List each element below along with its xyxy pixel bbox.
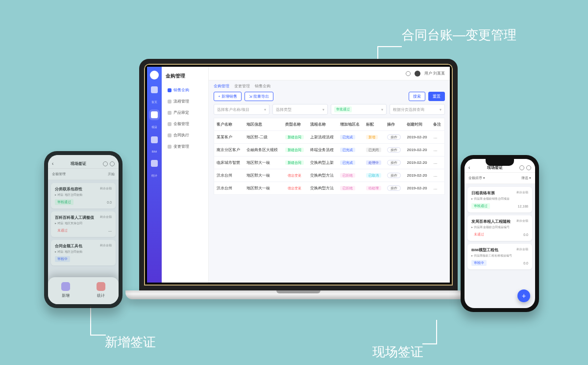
- more-icon[interactable]: [519, 165, 524, 170]
- reset-button[interactable]: 重置: [428, 92, 445, 101]
- filter-customer[interactable]: 选择客户名称/项目▾: [214, 104, 270, 115]
- column-header: 操作: [385, 118, 404, 131]
- table-row[interactable]: 临床城市智慧地区部大一核新建合同交换构型上架已完成处理中操作2019-02-20…: [214, 156, 445, 169]
- table-row[interactable]: 洪水台州地区部大一核信息变更交换构型方法已拒绝已取消操作2019-02-20…: [214, 169, 445, 182]
- sheet-option-new[interactable]: 新增: [61, 282, 70, 298]
- user-avatar-icon[interactable]: [415, 71, 420, 77]
- sidenav-item[interactable]: 产品审定: [166, 107, 204, 118]
- export-button[interactable]: ⇲ 批量导出: [245, 92, 273, 101]
- action-sheet: 新增 统计: [48, 277, 119, 304]
- search-button[interactable]: 搜索: [409, 92, 425, 101]
- bullet-icon: [168, 145, 172, 149]
- phone-left-sort[interactable]: 金额管理: [52, 172, 66, 177]
- row-action[interactable]: 操作: [387, 173, 401, 178]
- breadcrumb: 金购管理 变更管理 销售金购: [209, 80, 450, 92]
- list-item[interactable]: BIM模型工程包剩余金额▸ 供应商核款工程名称项目编号审核中0.0: [467, 244, 532, 269]
- bullet-icon: [168, 122, 172, 126]
- iconbar: 首页 项目 BIM 统计: [147, 67, 162, 283]
- page-title: 金购管理: [166, 73, 204, 79]
- callout-top: 合同台账—变更管理: [402, 26, 516, 44]
- topbar: 用户 刘某某: [209, 67, 450, 80]
- sheet-option-stats[interactable]: 统计: [97, 282, 105, 298]
- phone-right-sort[interactable]: 金额排序 ▾: [468, 176, 485, 181]
- back-icon[interactable]: ‹: [468, 165, 470, 170]
- nav-icon-home[interactable]: [151, 86, 158, 93]
- bullet-icon: [168, 133, 172, 137]
- row-action[interactable]: 操作: [387, 147, 401, 153]
- avatar-icon[interactable]: [150, 71, 159, 79]
- column-header: 地区信息: [244, 118, 282, 131]
- bullet-icon: [168, 88, 172, 92]
- new-button[interactable]: + 新增销售: [214, 92, 242, 101]
- sidenav-item[interactable]: 销售金购: [166, 84, 204, 96]
- list-item[interactable]: 日程表络有票剩余金额▸ 供应商 金额款销售合同项目审核通过12,188: [467, 187, 532, 212]
- nav-icon-bim[interactable]: [151, 136, 158, 143]
- bell-icon[interactable]: [406, 71, 411, 76]
- chart-icon: [97, 282, 105, 291]
- list-item[interactable]: 发局百单程人工程随检剩余金额▸ 供应商 金额款合同项目编号未通过0.0: [467, 215, 532, 241]
- column-header: 类型名称: [283, 118, 308, 131]
- fab-add-button[interactable]: +: [517, 289, 530, 302]
- column-header: 标配: [364, 118, 385, 131]
- sidenav: 金购管理 销售金购流程管理产品审定金额管理合同执行变更管理: [162, 67, 209, 283]
- phone-right-mockup: ‹ 现场签证 金额排序 ▾ 筛选 ▾ 日程表络有票剩余金额▸ 供应商 金额款销售…: [461, 155, 539, 312]
- phone-left-filter[interactable]: 开始: [108, 172, 115, 177]
- filter-type[interactable]: 选择类型▾: [272, 104, 328, 115]
- sidenav-item[interactable]: 流程管理: [166, 96, 204, 107]
- filter-page[interactable]: 根据分页选择查询▾: [390, 104, 445, 115]
- bullet-icon: [168, 100, 172, 104]
- table-row[interactable]: 南京分区客户金融商务区大规模新建合同终端业务流程已完成已关闭操作2019-02-…: [214, 144, 445, 156]
- sidenav-item[interactable]: 合同执行: [166, 130, 204, 141]
- column-header: 客户名称: [214, 118, 245, 131]
- callout-bottom-left: 新增签证: [105, 334, 156, 351]
- callout-bottom-right: 现场签证: [372, 343, 423, 361]
- user-name: 用户 刘某某: [424, 71, 445, 76]
- target-icon[interactable]: [526, 165, 531, 170]
- plus-icon: [61, 282, 70, 291]
- row-action[interactable]: 操作: [387, 134, 401, 140]
- column-header: 备注: [431, 118, 444, 131]
- sidenav-item[interactable]: 变更管理: [166, 141, 204, 152]
- bullet-icon: [168, 111, 172, 115]
- list-item[interactable]: 百科百科看人工调整值剩余金额▸ 对应: 地区支持合同未通过—: [51, 211, 116, 237]
- settings-icon[interactable]: [103, 161, 108, 166]
- row-action[interactable]: 操作: [387, 160, 401, 165]
- table-row[interactable]: 洪水台州地区部大一核信息变更交换构型方法已拒绝待处理操作2019-02-20…: [214, 182, 445, 195]
- nav-icon-project[interactable]: [151, 111, 158, 118]
- phone-left-mockup: ‹ 现场签证 金额管理 开始 分类联系包容性剩余金额▸ 对应: 地区合同金购审核…: [44, 151, 122, 308]
- laptop-mockup: 首页 项目 BIM 统计 金购管理 销售金购流程管理产品审定金额管理合同执行变更…: [139, 59, 458, 299]
- more-icon[interactable]: [110, 161, 115, 166]
- row-action[interactable]: 操作: [387, 185, 401, 191]
- phone-right-filter[interactable]: 筛选 ▾: [521, 176, 531, 181]
- column-header: 流程名称: [308, 118, 338, 131]
- nav-icon-stats[interactable]: [151, 160, 158, 167]
- back-icon[interactable]: ‹: [52, 161, 53, 166]
- table-row[interactable]: 某某客户地区部-二级新建合同上架流程流程已完成新增操作2019-02-20…: [214, 131, 445, 144]
- column-header: 增加地区名: [338, 118, 364, 131]
- filter-status[interactable]: 审批通过▾: [331, 104, 387, 115]
- laptop-app: 首页 项目 BIM 统计 金购管理 销售金购流程管理产品审定金额管理合同执行变更…: [147, 67, 450, 283]
- sidenav-item[interactable]: 金额管理: [166, 118, 204, 130]
- column-header: 创建时间: [404, 118, 431, 131]
- list-item[interactable]: 分类联系包容性剩余金额▸ 对应: 地区合同金购审核通过0.0: [51, 183, 116, 209]
- phone-left-header: ‹ 现场签证: [48, 155, 119, 169]
- data-table: 客户名称地区信息类型名称流程名称增加地区名标配操作创建时间备注 某某客户地区部-…: [214, 118, 445, 195]
- list-item[interactable]: 合同金额工具包剩余金额▸ 对应: 地区合同金购审核中: [51, 240, 116, 265]
